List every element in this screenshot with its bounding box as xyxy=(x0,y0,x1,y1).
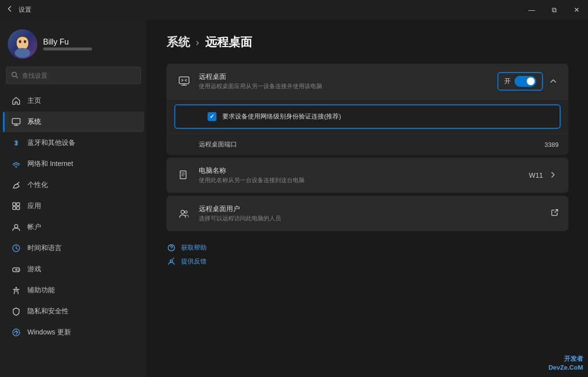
chevron-up-icon[interactable] xyxy=(548,75,559,88)
minimize-button[interactable]: — xyxy=(520,0,543,20)
breadcrumb-current: 远程桌面 xyxy=(205,34,252,50)
port-label: 远程桌面端口 xyxy=(199,140,544,149)
accounts-icon xyxy=(11,222,22,233)
computer-name-title: 电脑名称 xyxy=(199,166,529,175)
sidebar-item-windows-update[interactable]: Windows 更新 xyxy=(3,322,144,343)
svg-point-33 xyxy=(181,211,185,214)
sidebar-item-privacy[interactable]: 隐私和安全性 xyxy=(3,301,144,322)
user-section: Billy Fu xyxy=(0,24,147,67)
computer-name-subtitle: 使用此名称从另一台设备连接到这台电脑 xyxy=(199,176,529,185)
sidebar-item-time[interactable]: 时间和语言 xyxy=(3,238,144,259)
svg-rect-11 xyxy=(13,203,16,206)
svg-point-24 xyxy=(16,287,17,288)
remote-desktop-icon xyxy=(176,73,192,89)
search-wrap xyxy=(0,67,147,90)
app-body: Billy Fu xyxy=(0,20,588,377)
sidebar-item-home-label: 主页 xyxy=(27,96,41,105)
breadcrumb: 系统 › 远程桌面 xyxy=(166,34,568,50)
computer-name-row[interactable]: 电脑名称 使用此名称从另一台设备连接到这台电脑 W11 xyxy=(166,158,568,193)
sidebar-item-accessibility[interactable]: 辅助功能 xyxy=(3,280,144,301)
avatar[interactable] xyxy=(8,29,37,59)
sidebar-item-bluetooth[interactable]: 蓝牙和其他设备 xyxy=(3,133,144,153)
svg-rect-13 xyxy=(13,207,16,210)
sidebar-item-system[interactable]: 系统 xyxy=(3,112,144,132)
svg-point-34 xyxy=(185,211,188,213)
sidebar-item-gaming[interactable]: 游戏 xyxy=(3,259,144,280)
nla-checkbox-row[interactable]: 要求设备使用网络级别身份验证连接(推荐) xyxy=(174,104,561,129)
sidebar: Billy Fu xyxy=(0,20,147,377)
computer-name-card: 电脑名称 使用此名称从另一台设备连接到这台电脑 W11 xyxy=(166,158,568,193)
user-name: Billy Fu xyxy=(43,38,92,47)
feedback-link[interactable]: 提供反馈 xyxy=(166,257,568,266)
sidebar-item-time-label: 时间和语言 xyxy=(27,244,62,253)
apps-icon xyxy=(11,201,22,212)
accessibility-icon xyxy=(11,285,22,296)
remote-desktop-expanded: 要求设备使用网络级别身份验证连接(推荐) 远程桌面端口 3389 xyxy=(166,99,568,155)
sidebar-item-network-label: 网络和 Internet xyxy=(27,160,73,168)
svg-line-6 xyxy=(16,76,18,78)
home-icon xyxy=(11,95,22,106)
personalize-icon xyxy=(11,180,22,190)
bluetooth-icon xyxy=(11,138,22,148)
sidebar-item-accessibility-label: 辅助功能 xyxy=(27,286,55,295)
toggle-container[interactable]: 开 xyxy=(497,72,543,91)
titlebar: 设置 — ⧉ ✕ xyxy=(0,0,588,20)
sidebar-item-system-label: 系统 xyxy=(27,118,41,126)
remote-users-card: 远程桌面用户 选择可以远程访问此电脑的人员 xyxy=(166,196,568,231)
sidebar-item-personalize[interactable]: 个性化 xyxy=(3,175,144,195)
toggle-switch[interactable] xyxy=(515,76,536,87)
remote-users-icon xyxy=(176,206,192,221)
maximize-button[interactable]: ⧉ xyxy=(543,0,565,20)
port-value: 3389 xyxy=(544,141,559,148)
search-box[interactable] xyxy=(6,67,141,84)
sidebar-item-privacy-label: 隐私和安全性 xyxy=(27,307,69,316)
svg-point-25 xyxy=(13,329,20,336)
get-help-link[interactable]: 获取帮助 xyxy=(166,243,568,253)
watermark-line2: DevZe.CoM xyxy=(548,363,583,372)
get-help-label: 获取帮助 xyxy=(181,243,207,252)
sidebar-item-network[interactable]: 网络和 Internet xyxy=(3,154,144,174)
sidebar-item-accounts-label: 帐户 xyxy=(27,223,41,232)
computer-name-value: W11 xyxy=(529,171,543,179)
sidebar-item-home[interactable]: 主页 xyxy=(3,91,144,111)
sidebar-item-gaming-label: 游戏 xyxy=(27,265,41,274)
svg-line-35 xyxy=(555,210,558,212)
sidebar-item-apps-label: 应用 xyxy=(27,202,41,211)
search-icon xyxy=(11,71,18,80)
svg-rect-26 xyxy=(179,77,189,84)
feedback-icon xyxy=(166,257,176,266)
back-button[interactable] xyxy=(6,5,14,15)
remote-desktop-text: 远程桌面 使用远程桌面应用从另一设备连接并使用该电脑 xyxy=(199,72,497,91)
svg-point-2 xyxy=(15,48,30,58)
sidebar-item-bluetooth-label: 蓝牙和其他设备 xyxy=(27,139,75,147)
svg-point-10 xyxy=(16,166,17,168)
computer-name-right: W11 xyxy=(529,169,559,182)
sidebar-item-apps[interactable]: 应用 xyxy=(3,196,144,216)
nla-checkbox[interactable] xyxy=(208,112,216,121)
window-controls: — ⧉ ✕ xyxy=(520,0,588,20)
help-icon xyxy=(166,243,176,253)
svg-point-1 xyxy=(17,36,28,50)
close-button[interactable]: ✕ xyxy=(565,0,588,20)
remote-users-row[interactable]: 远程桌面用户 选择可以远程访问此电脑的人员 xyxy=(166,196,568,231)
main-content: 系统 › 远程桌面 远程桌面 使用远 xyxy=(147,20,588,377)
windows-update-icon xyxy=(11,327,22,338)
user-info: Billy Fu xyxy=(43,38,92,50)
svg-point-38 xyxy=(170,260,173,262)
breadcrumb-parent[interactable]: 系统 xyxy=(166,34,190,50)
search-input[interactable] xyxy=(22,72,136,79)
remote-users-right xyxy=(551,209,559,218)
svg-rect-7 xyxy=(12,118,20,124)
sidebar-item-accounts[interactable]: 帐户 xyxy=(3,217,144,237)
time-icon xyxy=(11,243,22,254)
computer-name-icon xyxy=(176,167,192,183)
nav-list: 主页 系统 蓝牙和其他设备 xyxy=(0,90,147,343)
svg-point-22 xyxy=(18,269,19,270)
remote-users-title: 远程桌面用户 xyxy=(199,205,551,213)
svg-rect-29 xyxy=(180,171,186,179)
watermark: 开发者 DevZe.CoM xyxy=(548,354,583,372)
svg-point-4 xyxy=(24,40,26,43)
gaming-icon xyxy=(11,264,22,275)
privacy-icon xyxy=(11,306,22,317)
external-link-icon[interactable] xyxy=(551,209,559,218)
